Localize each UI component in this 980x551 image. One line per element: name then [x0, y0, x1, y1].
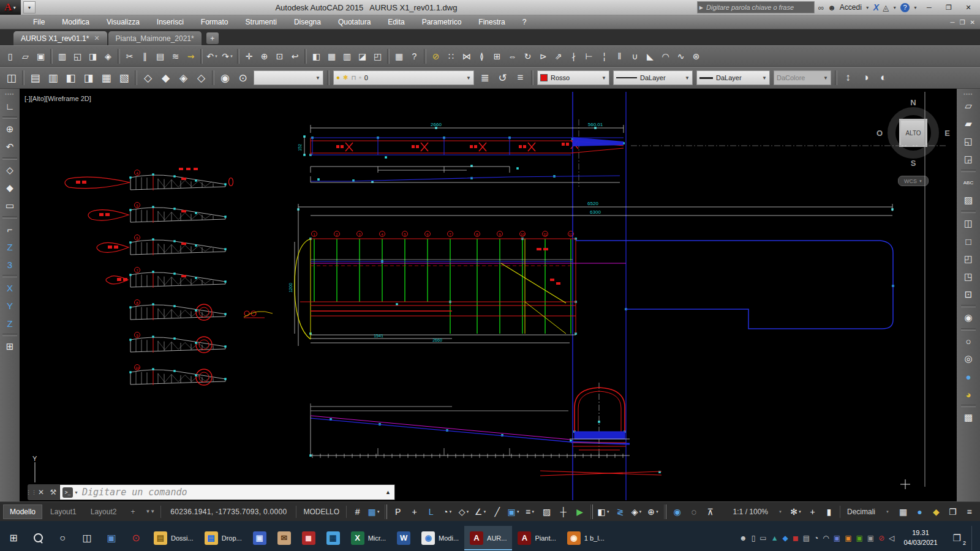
save-file-icon[interactable]: ▣ [33, 48, 48, 64]
quick-calc-icon[interactable]: ▦ [391, 48, 407, 64]
viewport-clip-icon[interactable]: ◳ [960, 268, 977, 285]
document-window-controls[interactable]: ─ ❐ ✕ [951, 19, 980, 26]
menu-quotatura[interactable]: Quotatura [330, 15, 379, 29]
taskbar-search-icon[interactable] [26, 526, 50, 550]
fillet-icon[interactable]: ◠ [658, 48, 673, 64]
taskbar-app-photos-app[interactable]: ✉ [272, 526, 296, 550]
ucs-rotate-y-icon[interactable]: Y [1, 297, 18, 314]
match-properties-icon[interactable]: ≋ [168, 48, 183, 64]
3d-object-snap-icon[interactable]: ▶ [572, 504, 587, 520]
taskbar-app-excel[interactable]: XMicr... [345, 526, 391, 550]
taskbar-app-calculator-app[interactable]: ▦ [321, 526, 345, 550]
hatch-icon[interactable]: ▨ [960, 192, 977, 209]
menu-file[interactable]: File [24, 15, 53, 29]
iso-ne-icon[interactable]: ◈ [175, 69, 192, 86]
layout1-tab[interactable]: Layout1 [44, 505, 83, 519]
annotation-scale-icon[interactable]: ⊼ [703, 504, 718, 520]
file-tab-pianta[interactable]: Pianta_Maimone_2021* [108, 31, 202, 45]
command-input[interactable] [81, 486, 382, 498]
taskbar-app-folder-dossier[interactable]: ▤Dossi... [148, 526, 199, 550]
spell-check-icon[interactable]: ABC [960, 174, 977, 191]
tray-people-icon[interactable]: ☻ [739, 534, 747, 542]
menu-help[interactable]: ? [514, 15, 535, 29]
tray-printer-icon[interactable]: ▤ [803, 534, 810, 542]
properties-palette-icon[interactable]: ◑ [857, 69, 875, 86]
menu-visualizza[interactable]: Visualizza [98, 15, 148, 29]
tray-onedrive-icon[interactable]: ◔ [814, 534, 818, 542]
taskbar-app-save-tool[interactable]: ▣ [247, 526, 272, 550]
help-icon[interactable]: ? [407, 48, 422, 64]
zoom-previous-icon[interactable]: ↩ [287, 48, 303, 64]
ucs-rotate-z-icon[interactable]: Z [1, 315, 18, 332]
export-icon[interactable]: ◨ [85, 48, 100, 64]
view-left-icon[interactable]: ◧ [62, 69, 80, 86]
ucs-origin-icon[interactable]: ⌐ [1, 220, 18, 238]
offset-icon[interactable]: ≬ [474, 48, 489, 64]
viewport-polygonal-icon[interactable]: ◰ [960, 250, 977, 268]
plot-preview-icon[interactable]: ◱ [70, 48, 85, 64]
zoom-realtime-icon[interactable]: ⊕ [257, 48, 272, 64]
layer-states-icon[interactable]: ≡ [511, 69, 529, 86]
doc-minimize-icon[interactable]: ─ [951, 19, 955, 26]
lineweight-display-icon[interactable]: ≡▼ [522, 504, 538, 520]
annotation-bar-icon[interactable]: ▮ [821, 504, 837, 520]
iso-sw-icon[interactable]: ◇ [139, 69, 157, 86]
search-binoculars-icon[interactable]: ∞ [818, 3, 824, 12]
chamfer-icon[interactable]: ◣ [643, 48, 658, 64]
layout-overflow-icon[interactable]: ▼▼ [143, 509, 157, 514]
design-center-icon[interactable]: ◐ [875, 69, 892, 86]
lineweight-combo[interactable]: DaLayer ▼ [696, 70, 770, 85]
model-tab[interactable]: Modello [3, 504, 42, 519]
boolean-union-icon[interactable]: ◉ [960, 309, 977, 326]
zoom-window-icon[interactable]: ⊡ [272, 48, 287, 64]
annotation-scale-value[interactable]: 1:1 / 100% [729, 508, 772, 516]
tray-wifi-icon[interactable]: ◠ [823, 534, 829, 542]
sign-in-button[interactable]: Accedi [840, 3, 862, 12]
show-desktop-button[interactable] [971, 526, 975, 550]
ucs-z-axis-icon[interactable]: Z [1, 238, 18, 255]
mirror-icon[interactable]: ⋈ [459, 48, 474, 64]
taskbar-app-autocad-pianta[interactable]: APiant... [512, 526, 561, 550]
menu-strumenti[interactable]: Strumenti [237, 15, 285, 29]
ucs-view-icon[interactable]: ▭ [1, 197, 18, 214]
linetype-combo[interactable]: DaLayer ▼ [613, 70, 693, 85]
join-icon[interactable]: ∪ [627, 48, 643, 64]
units-calc-icon[interactable]: ▦ [895, 504, 911, 520]
viewport-scale-icon[interactable]: ⊡ [960, 286, 977, 303]
tray-blocked-icon[interactable]: ⊘ [878, 534, 884, 542]
menu-inserisci[interactable]: Inserisci [148, 15, 192, 29]
color-combo[interactable]: Rosso ▼ [537, 70, 609, 85]
toolbar-grip[interactable]: ▪▪▪▪ [5, 91, 14, 97]
layer-previous-icon[interactable]: ↺ [494, 69, 511, 86]
layout-viewport-icon[interactable]: ◫ [960, 215, 977, 232]
menu-parametrico[interactable]: Parametrico [413, 15, 470, 29]
a360-icon[interactable]: ◬ [883, 3, 889, 12]
view-back-icon[interactable]: ▧ [115, 69, 133, 86]
start-button[interactable]: ⊞ [1, 526, 26, 550]
ortho-mode-icon[interactable]: L [423, 504, 439, 520]
copy-object-icon[interactable]: ∷ [443, 48, 459, 64]
array-icon[interactable]: ⊞ [489, 48, 505, 64]
taskbar-app-word[interactable]: W [391, 526, 416, 550]
undo-icon[interactable]: ↶▼ [205, 48, 220, 64]
iso-nw-icon[interactable]: ◇ [192, 69, 210, 86]
command-close-icon[interactable]: ✕ [35, 484, 47, 500]
ucs-toolbar-icon[interactable]: ↕ [839, 69, 857, 86]
named-view-icon[interactable]: ⊙ [234, 69, 252, 86]
sheet-set-manager-icon[interactable]: ▥ [339, 48, 355, 64]
object-snap-settings-icon[interactable]: ▣▼ [506, 504, 521, 520]
ucs-object-icon[interactable]: ◆ [1, 179, 18, 197]
pinned-app-blue-icon[interactable]: ▣ [99, 526, 124, 550]
draworder-above-icon[interactable]: ◱ [960, 133, 977, 150]
taskbar-app-camera-app[interactable]: ◉1 b_l... [562, 526, 610, 550]
infer-constraints-icon[interactable]: P [390, 504, 405, 520]
quick-properties-icon[interactable]: ≷ [612, 504, 628, 520]
isometric-drafting-icon[interactable]: ◇▼ [456, 504, 472, 520]
ucs-world-icon[interactable]: ⊕ [1, 121, 18, 138]
dynamic-ucs-icon[interactable]: ◧▼ [596, 504, 611, 520]
pan-icon[interactable]: ✛ [241, 48, 257, 64]
layer-properties-manager-icon[interactable]: ≣ [476, 69, 494, 86]
scale-icon[interactable]: ⊳ [535, 48, 551, 64]
draworder-back-icon[interactable]: ▰ [960, 115, 977, 132]
transparency-icon[interactable]: ▨ [539, 504, 554, 520]
